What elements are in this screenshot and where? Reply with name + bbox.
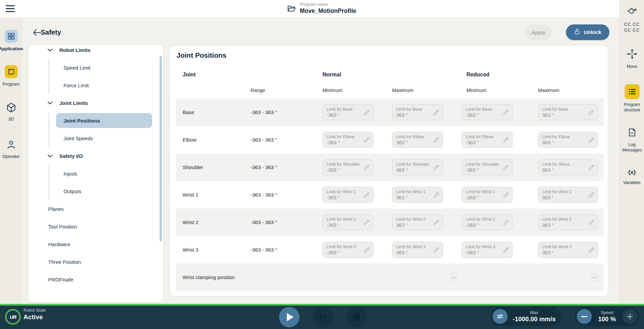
- limit-input-reduced-max[interactable]: Limit for Wrist 2363 °: [538, 214, 598, 230]
- tool-variables[interactable]: {x} Variables: [620, 169, 644, 176]
- limit-input-normal-max[interactable]: Limit for Base363 °: [392, 104, 443, 120]
- column-header-normal-min: Minimum: [323, 88, 392, 93]
- speed-increase-button[interactable]: [622, 309, 637, 324]
- tree-item-force-limit[interactable]: Force Limit: [49, 76, 163, 94]
- nav-3d[interactable]: 3D: [0, 102, 22, 115]
- clamping-checkbox-reduced-min[interactable]: [451, 273, 458, 281]
- sliders-icon: [496, 312, 504, 321]
- tree-scrollbar[interactable]: [160, 56, 162, 241]
- tree-group-joint-limits: Joint Positions Joint Speeds: [49, 113, 163, 147]
- nav-program-label: Program: [3, 81, 20, 87]
- tree-item-joint-positions[interactable]: Joint Positions: [56, 113, 152, 128]
- joint-limit-row: Base -363 - 363 ° Limit for Base-363 ° L…: [176, 98, 604, 126]
- limit-input-reduced-max[interactable]: Limit for Elbow363 °: [538, 132, 598, 148]
- limit-input-reduced-max[interactable]: Limit for Wrist 3363 °: [538, 242, 598, 258]
- tree-item-outputs[interactable]: Outputs: [49, 182, 163, 200]
- nav-program[interactable]: Program: [0, 65, 22, 78]
- folder-open-icon: [287, 2, 296, 15]
- tool-program-structure[interactable]: Program structure: [620, 84, 644, 99]
- column-header-range: Range: [251, 88, 323, 93]
- tool-move-label: Move: [627, 64, 637, 69]
- pencil-icon: [588, 219, 595, 226]
- tree-item-tool-position[interactable]: Tool Position: [29, 218, 163, 235]
- joint-range: -363 - 363 °: [251, 109, 323, 115]
- chevron-down-icon: [48, 154, 53, 158]
- limit-input-normal-min[interactable]: Limit for Shoulder-363 °: [323, 159, 373, 175]
- limit-input-normal-min[interactable]: Limit for Base-363 °: [323, 104, 373, 120]
- pencil-icon: [502, 219, 509, 226]
- pencil-icon: [433, 246, 440, 253]
- tree-item-profisafe[interactable]: PROFIsafe: [29, 271, 163, 288]
- joint-range: -363 - 363 °: [251, 192, 323, 198]
- stop-button[interactable]: [347, 307, 367, 327]
- pencil-icon: [363, 136, 370, 143]
- chevron-down-icon: [48, 102, 53, 105]
- tree-item-safety-io[interactable]: Safety I/O: [29, 147, 163, 165]
- pencil-icon: [363, 219, 370, 226]
- limit-input-reduced-min[interactable]: Limit for Wrist 2-363 °: [462, 214, 513, 230]
- limit-input-reduced-min[interactable]: Limit for Base-363 °: [462, 104, 513, 120]
- tree-item-robot-limits[interactable]: Robot Limits: [29, 45, 163, 59]
- minus-icon: [581, 316, 587, 317]
- program-name-block[interactable]: Program name Move_MotionProfile: [287, 2, 356, 15]
- step-forward-button[interactable]: [313, 307, 333, 327]
- tree-item-inputs[interactable]: Inputs: [49, 165, 163, 182]
- limit-input-normal-max[interactable]: Limit for Wrist 1363 °: [392, 187, 443, 203]
- clamping-checkbox-reduced-max[interactable]: [591, 273, 598, 281]
- limit-input-reduced-max[interactable]: Limit for Shoul...363 °: [538, 159, 598, 175]
- max-speed-widget: Max -1000.00 mm/s: [491, 307, 561, 326]
- hamburger-menu-icon[interactable]: [5, 5, 15, 13]
- tool-program-structure-label: Program structure: [624, 102, 640, 113]
- limit-input-reduced-min[interactable]: Limit for Wrist 1-363 °: [462, 187, 513, 203]
- checkmark-icon: [452, 276, 456, 279]
- limit-input-normal-min[interactable]: Limit for Wrist 3-363 °: [323, 242, 373, 258]
- speed-decrease-button[interactable]: [577, 309, 592, 324]
- limit-input-normal-min[interactable]: Limit for Elbow-363 °: [323, 132, 373, 148]
- nav-application[interactable]: Application: [0, 30, 22, 43]
- speed-slider-widget: Speed 100 %: [575, 307, 639, 326]
- wrist-clamping-label: Wrist clamping position: [183, 274, 318, 280]
- nav-operator-label: Operator: [2, 154, 20, 159]
- tree-item-joint-limits[interactable]: Joint Limits: [29, 94, 163, 112]
- ur-logo[interactable]: UR: [5, 309, 21, 325]
- limit-input-reduced-max[interactable]: Limit for Base363 °: [538, 104, 598, 120]
- robot-status-bar: UR Robot State Active Max -1000.00 mm/s …: [0, 304, 644, 329]
- table-header-subcolumns: Range Minimum Maximum Minimum Maximum: [176, 82, 604, 98]
- joint-positions-panel: Joint Positions Joint Normal Reduced Ran…: [170, 46, 608, 296]
- apply-button[interactable]: Apply: [525, 24, 552, 40]
- play-icon: [287, 313, 294, 322]
- nav-application-label: Application: [0, 46, 23, 52]
- limit-input-reduced-min[interactable]: Limit for Wrist 3-363 °: [462, 242, 513, 258]
- tree-item-joint-speeds[interactable]: Joint Speeds: [49, 129, 163, 147]
- hand-gesture-icon[interactable]: [620, 5, 644, 16]
- tree-item-hardware[interactable]: Hardware: [29, 235, 163, 253]
- limit-input-reduced-max[interactable]: Limit for Wrist 1363 °: [538, 187, 598, 203]
- tool-move[interactable]: Move: [620, 49, 644, 61]
- tree-item-planes[interactable]: Planes: [29, 200, 163, 218]
- column-header-reduced-max: Maximum: [538, 88, 598, 93]
- limit-input-normal-max[interactable]: Limit for Elbow363 °: [392, 132, 443, 148]
- limit-input-normal-min[interactable]: Limit for Wrist 2-363 °: [323, 214, 373, 230]
- joint-limit-row: Shoulder -363 - 363 ° Limit for Shoulder…: [176, 153, 604, 181]
- program-structure-list-icon: [625, 84, 640, 99]
- limit-input-normal-max[interactable]: Limit for Wrist 3363 °: [392, 242, 443, 258]
- pencil-icon: [433, 191, 440, 198]
- limit-input-normal-min[interactable]: Limit for Wrist 1-363 °: [323, 187, 373, 203]
- limit-input-normal-max[interactable]: Limit for Wrist 2363 °: [392, 214, 443, 230]
- limit-input-normal-max[interactable]: Limit for Shoulder363 °: [392, 159, 443, 175]
- cc-text-line1: CC CC: [620, 22, 644, 27]
- nav-operator[interactable]: Operator: [0, 139, 22, 151]
- pencil-icon: [363, 191, 370, 198]
- program-name-label: Program name: [300, 2, 356, 7]
- panel-title: Joint Positions: [177, 51, 226, 59]
- pencil-icon: [588, 109, 595, 116]
- limit-input-reduced-min[interactable]: Limit for Shoulder-363 °: [462, 159, 513, 175]
- unlock-button[interactable]: Unlock: [566, 24, 609, 40]
- tree-item-three-position[interactable]: Three Position: [29, 253, 163, 271]
- max-value: -1000.00 mm/s: [508, 315, 561, 323]
- limit-input-reduced-min[interactable]: Limit for Elbow-363 °: [462, 132, 513, 148]
- tree-item-speed-limit[interactable]: Speed Limit: [49, 59, 163, 76]
- play-button[interactable]: [279, 307, 299, 327]
- tool-log-messages[interactable]: Log Messages: [620, 127, 644, 139]
- speed-settings-button[interactable]: [493, 309, 508, 324]
